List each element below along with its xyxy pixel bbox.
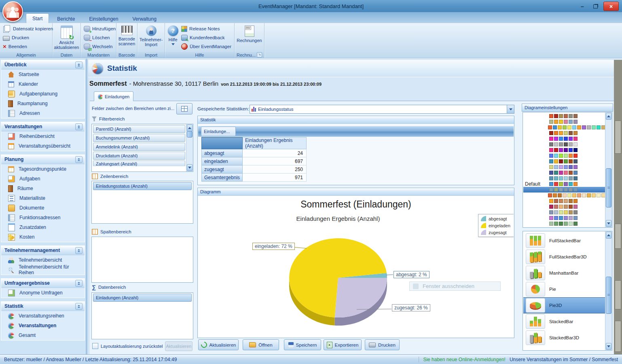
sidebar-item-aufgaben[interactable]: Aufgaben <box>1 174 85 184</box>
palette-option-default[interactable]: Default <box>523 181 605 187</box>
customer-feedback-button[interactable]: ✎Kundenfeedback <box>180 33 233 42</box>
add-tenant-button[interactable]: +Hinzufügen <box>82 24 115 33</box>
sidebar-item-adressen[interactable]: Adressen <box>1 108 85 118</box>
cols-area-listbox[interactable] <box>91 237 193 283</box>
invoices-button[interactable]: INVRechnungen <box>236 24 263 51</box>
sidebar-item-dokumente[interactable]: Dokumente <box>1 203 85 213</box>
chart-type-scrollbar[interactable] <box>605 231 612 350</box>
palette-option[interactable] <box>523 159 605 164</box>
row-field-einladungsstatus[interactable]: Einladungsstatus (Anzahl) <box>93 182 192 190</box>
chart-type-stackedbar[interactable]: StackedBar <box>523 313 605 330</box>
chart-type-stackedbar3d[interactable]: StackedBar3D <box>523 330 605 346</box>
tab-einstellungen[interactable]: Einstellungen <box>83 15 124 23</box>
scan-barcode-button[interactable]: Barcode scannen <box>118 24 136 51</box>
sidebar-item-tagesordnungspunkte[interactable]: Tagesordnungspunkte <box>1 164 85 174</box>
switch-tenant-button[interactable]: ⇄Wechseln <box>82 42 115 51</box>
section-header-ueberblick[interactable]: Überblick <box>1 60 85 70</box>
export-button[interactable]: XExportieren <box>324 339 362 350</box>
palette-option[interactable] <box>523 142 605 147</box>
palette-option[interactable] <box>523 136 605 142</box>
sidebar-item-veranstaltungsuebersicht[interactable]: Veranstaltungsübersicht <box>1 141 85 151</box>
status-context[interactable]: Unsere Veranstaltungen im Sommer / Somme… <box>510 357 618 362</box>
filter-field-druckdatum[interactable]: Druckdatum (Anzahl) <box>93 152 185 160</box>
sidebar-item-teilnehmeruebersicht-reihen[interactable]: Teilnehmerübersicht für Reihen <box>1 265 85 275</box>
palette-option[interactable] <box>523 170 605 176</box>
scrollbar-thumb[interactable] <box>606 168 611 207</box>
saved-stats-combobox[interactable]: Einladungsstatus <box>250 105 514 114</box>
palette-option[interactable] <box>523 125 605 130</box>
palette-scrollbar[interactable] <box>605 112 612 227</box>
palette-option[interactable] <box>523 215 605 221</box>
scroll-down-icon[interactable] <box>187 164 193 171</box>
palette-option[interactable] <box>523 113 605 119</box>
release-notes-button[interactable]: Release Notes <box>180 24 233 33</box>
chart-type-manhattanbar[interactable]: ManhattanBar <box>523 265 605 281</box>
scroll-up-icon[interactable] <box>187 125 193 131</box>
layout-update-checkbox[interactable] <box>92 343 98 349</box>
tab-verwaltung[interactable]: Verwaltung <box>126 15 162 23</box>
chart-type-pie[interactable]: Pie <box>523 281 605 297</box>
dialog-launcher-icon[interactable]: ↘ <box>257 52 262 57</box>
print-chart-button[interactable]: Drucken <box>365 339 400 350</box>
sidebar-item-startseite[interactable]: Startseite <box>1 70 85 79</box>
section-header-umfrageergebnisse[interactable]: Umfrageergebnisse <box>1 279 85 288</box>
palette-option[interactable] <box>523 147 605 153</box>
sidebar-item-kosten[interactable]: Kosten <box>1 232 85 242</box>
scroll-up-icon[interactable] <box>606 113 611 120</box>
tab-einladungen[interactable]: Einladungen <box>94 91 133 101</box>
filter-field-buchungsnummer[interactable]: Buchungsnummer (Anzahl) <box>93 134 185 142</box>
filter-field-zahlungsart[interactable]: Zahlungsart (Anzahl) <box>93 161 185 166</box>
chart-type-fullstackedbar3d[interactable]: FullStackedBar3D <box>523 249 605 265</box>
open-button[interactable]: Öffnen <box>243 339 279 350</box>
filter-field-parentid[interactable]: ParentID (Anzahl) <box>93 125 185 133</box>
exit-button[interactable]: ×Beenden <box>1 42 51 51</box>
sidebar-item-teilnehmeruebersicht[interactable]: Teilnehmerübersicht <box>1 255 85 265</box>
section-header-teilnehmermanagement[interactable]: Teilnehmermanagement <box>1 246 85 255</box>
tab-start[interactable]: Start <box>26 13 49 23</box>
combobox-dropdown-icon[interactable] <box>507 105 514 113</box>
sidebar-item-kalender[interactable]: Kalender <box>1 79 85 89</box>
refresh-button[interactable]: Aktualisieren <box>198 339 239 350</box>
collapse-chevron-icon[interactable] <box>75 61 83 68</box>
minimize-button[interactable]: – <box>578 3 587 10</box>
palette-option[interactable] <box>523 221 605 226</box>
sidebar-item-raeume[interactable]: Räume <box>1 184 85 193</box>
palette-option[interactable] <box>523 204 605 210</box>
sidebar-item-funktionsadressen[interactable]: Funktionsadressen <box>1 213 85 222</box>
refresh-view-button[interactable]: ↻Ansicht aktualisieren <box>54 24 79 51</box>
filter-field-anmeldelink[interactable]: Anmeldelink (Anzahl) <box>93 143 185 151</box>
palette-option[interactable] <box>523 164 605 170</box>
sidebar-item-materialliste[interactable]: Materialliste <box>1 193 85 203</box>
palette-option[interactable] <box>523 210 605 215</box>
sidebar-item-zusatzdaten[interactable]: Zusatzdaten <box>1 222 85 232</box>
sidebar-item-anonyme-umfragen[interactable]: Anonyme Umfragen <box>1 288 85 298</box>
field-layout-button[interactable] <box>176 103 193 114</box>
section-header-planung[interactable]: Planung <box>1 155 85 164</box>
tab-berichte[interactable]: Berichte <box>51 15 81 23</box>
chart-type-pie3d[interactable]: Pie3D <box>523 297 605 313</box>
scroll-up-icon[interactable] <box>606 232 611 239</box>
palette-option[interactable] <box>523 130 605 136</box>
palette-option[interactable] <box>523 176 605 181</box>
collapse-chevron-icon[interactable] <box>75 280 83 287</box>
sidebar-item-reihenuebersicht[interactable]: Reihenübersicht <box>1 131 85 141</box>
app-logo[interactable] <box>2 1 23 22</box>
collapse-chevron-icon[interactable] <box>75 303 83 310</box>
close-button[interactable]: × <box>603 2 619 11</box>
copy-record-button[interactable]: Datensatz kopieren <box>1 24 51 33</box>
filter-scrollbar[interactable] <box>186 124 193 171</box>
sidebar-item-veranstaltungen[interactable]: Veranstaltungen <box>1 321 85 330</box>
update-button-disabled[interactable]: Aktualisieren <box>165 341 193 351</box>
palette-option-selected[interactable] <box>523 187 605 193</box>
scrollbar-thumb[interactable] <box>187 131 193 138</box>
sidebar-item-aufgabenplanung[interactable]: Aufgabenplanung <box>1 89 85 99</box>
einladungen-field-button[interactable]: Einladunge... <box>201 127 236 136</box>
palette-option[interactable] <box>523 198 605 204</box>
scroll-down-icon[interactable] <box>606 220 611 227</box>
palette-option[interactable] <box>523 119 605 125</box>
sidebar-item-gesamt[interactable]: Gesamt <box>1 330 85 340</box>
collapse-chevron-icon[interactable] <box>75 247 83 254</box>
about-eventmanager-button[interactable]: Über EventManager <box>180 42 233 51</box>
sidebar-item-raumplanung[interactable]: Raumplanung <box>1 99 85 108</box>
sidebar-item-veranstaltungsreihen[interactable]: Veranstaltungsreihen <box>1 311 85 321</box>
